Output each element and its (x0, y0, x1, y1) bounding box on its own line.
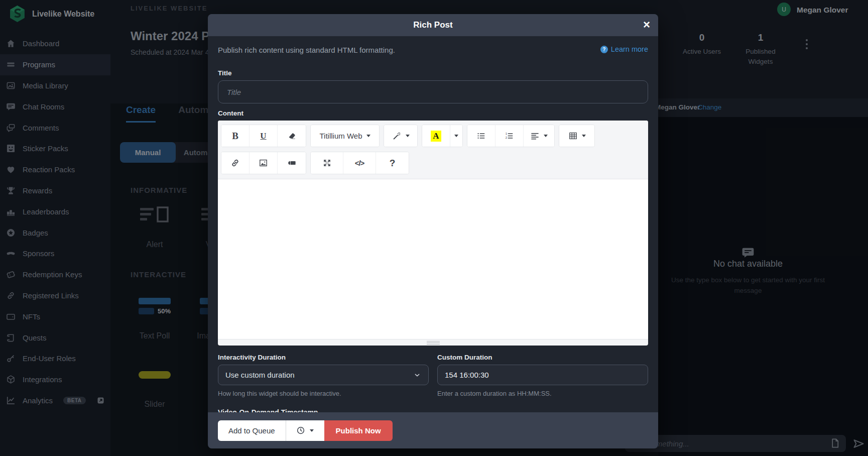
schedule-dropdown-button[interactable] (286, 420, 324, 441)
font-family-dropdown[interactable]: Titillium Web (311, 125, 379, 147)
table-icon (568, 131, 578, 141)
rich-text-editor: B U Titillium Web (218, 121, 648, 343)
insert-link-button[interactable] (221, 152, 250, 174)
interactivity-duration-select[interactable]: Use custom duration (218, 365, 429, 385)
add-to-queue-button[interactable]: Add to Queue (218, 420, 286, 441)
caret-down-icon (454, 135, 458, 137)
interactivity-duration-help: How long this widget should be interacti… (218, 390, 341, 397)
editor-toolbar: B U Titillium Web (218, 121, 648, 179)
expand-arrows-icon (322, 158, 332, 168)
svg-text:2: 2 (506, 136, 507, 139)
interactivity-duration-label: Interactivity Duration (218, 354, 286, 361)
custom-duration-input[interactable] (437, 365, 648, 385)
modal-footer: Add to Queue Publish Now (208, 412, 658, 448)
color-picker-dropdown[interactable] (450, 125, 462, 147)
insert-table-dropdown[interactable] (559, 125, 594, 147)
title-input[interactable] (218, 80, 648, 103)
learn-more-link[interactable]: ? Learn more (600, 45, 648, 53)
insert-image-button[interactable] (250, 152, 278, 174)
editor-content-area[interactable] (218, 179, 648, 339)
modal-header: Rich Post × (208, 14, 658, 36)
caret-down-icon (366, 135, 370, 137)
help-circle-icon: ? (600, 46, 608, 53)
publish-now-button[interactable]: Publish Now (324, 420, 393, 441)
title-label: Title (218, 69, 232, 77)
highlight-swatch: A (431, 131, 441, 142)
highlight-color-button[interactable]: A (422, 125, 450, 147)
style-dropdown[interactable] (384, 125, 417, 147)
link-icon (230, 158, 240, 168)
caret-down-icon (310, 429, 314, 432)
list-ol-icon: 12 (505, 131, 514, 141)
custom-duration-label: Custom Duration (437, 354, 492, 361)
caret-down-icon (582, 135, 586, 137)
bold-button[interactable]: B (221, 125, 250, 147)
align-left-icon (530, 131, 540, 141)
list-ul-icon (476, 131, 486, 141)
editor-help-button[interactable]: ? (376, 152, 409, 174)
underline-button[interactable]: U (250, 125, 278, 147)
eraser-icon (287, 131, 297, 141)
caret-down-icon (544, 135, 548, 137)
insert-video-button[interactable] (278, 152, 306, 174)
modal-subtitle: Publish rich content using standard HTML… (218, 46, 395, 54)
rich-post-modal: Rich Post × Publish rich content using s… (208, 14, 658, 448)
close-icon[interactable]: × (643, 17, 650, 32)
editor-resize-handle[interactable] (218, 339, 648, 346)
paragraph-align-dropdown[interactable] (524, 125, 554, 147)
modal-title: Rich Post (413, 20, 452, 30)
unordered-list-button[interactable] (467, 125, 495, 147)
caret-down-icon (406, 135, 410, 137)
svg-text:1: 1 (506, 132, 507, 135)
ordered-list-button[interactable]: 12 (495, 125, 524, 147)
content-label: Content (218, 109, 243, 117)
drag-handle-icon (427, 341, 440, 345)
clear-formatting-button[interactable] (278, 125, 306, 147)
app-screen: Livelike Website DashboardProgramsMedia … (0, 0, 868, 456)
video-camera-icon (287, 158, 297, 168)
custom-duration-help: Enter a custom duration as HH:MM:SS. (437, 390, 552, 397)
code-view-button[interactable]: </> (343, 152, 376, 174)
clock-icon (296, 426, 305, 435)
magic-wand-icon (392, 131, 402, 141)
picture-icon (259, 158, 268, 168)
fullscreen-button[interactable] (311, 152, 343, 174)
chevron-down-icon (413, 371, 421, 379)
